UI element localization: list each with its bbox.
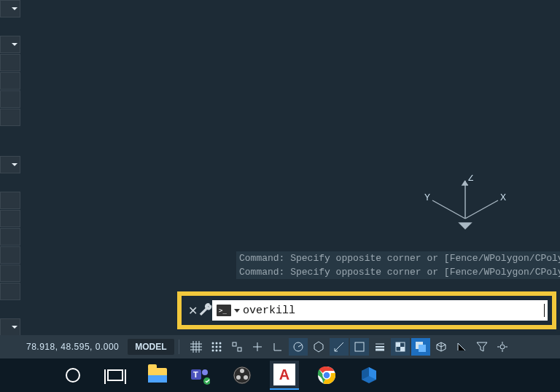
status-bar: 78.918, 48.595, 0.000 MODEL: [0, 335, 560, 358]
ribbon-dropdown[interactable]: [0, 318, 20, 336]
svg-point-33: [500, 345, 505, 349]
svg-text:>_: >_: [219, 307, 227, 314]
ribbon-button[interactable]: [0, 283, 20, 300]
gizmo-toggle[interactable]: [493, 338, 512, 356]
dyn-ucs-toggle[interactable]: [452, 338, 471, 356]
svg-text:T: T: [193, 370, 198, 379]
ortho-toggle[interactable]: [268, 338, 287, 356]
ribbon-button[interactable]: [0, 246, 20, 264]
svg-line-2: [432, 200, 465, 219]
svg-point-41: [236, 375, 241, 380]
chevron-down-icon: [12, 7, 18, 10]
svg-point-36: [202, 369, 208, 375]
cortana-icon[interactable]: [58, 361, 88, 390]
isoplane-toggle[interactable]: [309, 338, 328, 356]
otrack-toggle[interactable]: [330, 338, 349, 356]
command-history-line: Command: Specify opposite corner or [Fen…: [236, 251, 560, 265]
obs-icon[interactable]: [228, 361, 257, 390]
grid-toggle[interactable]: [187, 338, 206, 356]
windows-taskbar: T A: [0, 358, 560, 392]
task-view-icon[interactable]: [101, 361, 130, 390]
ribbon-panel-strip: [0, 0, 23, 337]
ribbon-button[interactable]: [0, 54, 20, 71]
ucs-icon[interactable]: Z X Y: [421, 175, 509, 240]
text-cursor: [544, 304, 545, 317]
constraint-toggle[interactable]: [228, 338, 246, 356]
command-input[interactable]: [243, 305, 544, 317]
svg-point-18: [211, 350, 214, 352]
ucs-z-label: Z: [468, 175, 473, 183]
snap-toggle[interactable]: [207, 338, 226, 356]
svg-rect-22: [238, 348, 241, 351]
svg-rect-32: [419, 345, 426, 352]
svg-point-15: [211, 346, 214, 348]
svg-point-16: [215, 346, 217, 348]
svg-marker-3: [459, 223, 471, 229]
svg-line-1: [465, 200, 498, 219]
command-history: Command: Specify opposite corner or [Fen…: [236, 251, 560, 279]
command-prompt-icon: >_: [215, 302, 233, 319]
command-history-line: Command: Specify opposite corner or [Fen…: [236, 265, 560, 279]
chevron-down-icon: [12, 326, 18, 329]
svg-rect-30: [400, 347, 405, 351]
dynamic-input-toggle[interactable]: [248, 338, 267, 356]
autocad-icon[interactable]: A: [270, 361, 299, 390]
chevron-down-icon: [12, 163, 18, 166]
lineweight-toggle[interactable]: [370, 338, 389, 356]
chevron-down-icon: [12, 43, 18, 46]
status-toggle-group: [184, 338, 512, 356]
svg-point-17: [219, 346, 221, 348]
ribbon-button[interactable]: [0, 109, 20, 126]
svg-point-12: [211, 342, 214, 345]
teams-icon[interactable]: T: [185, 361, 214, 390]
3d-osnap-toggle[interactable]: [432, 338, 451, 356]
ribbon-dropdown[interactable]: [0, 0, 20, 17]
svg-rect-29: [396, 342, 400, 347]
ucs-y-label: Y: [424, 192, 430, 203]
ribbon-button[interactable]: [0, 210, 20, 227]
svg-point-40: [240, 369, 244, 373]
ucs-x-label: X: [500, 192, 506, 203]
customize-icon[interactable]: [199, 302, 212, 318]
ribbon-dropdown[interactable]: [0, 36, 20, 53]
svg-point-42: [244, 375, 248, 380]
3d-app-icon[interactable]: [354, 361, 384, 390]
command-input-wrap[interactable]: >_: [212, 300, 548, 321]
coords-readout[interactable]: 78.918, 48.595, 0.000: [0, 342, 128, 352]
chrome-icon[interactable]: [312, 361, 341, 390]
osnap-toggle[interactable]: [350, 338, 369, 356]
ribbon-button[interactable]: [0, 90, 20, 108]
svg-point-20: [219, 350, 221, 352]
ribbon-button[interactable]: [0, 228, 20, 246]
ribbon-button[interactable]: [0, 192, 20, 209]
ribbon-button[interactable]: [0, 264, 20, 282]
polar-toggle[interactable]: [289, 338, 308, 356]
selection-cycling-toggle[interactable]: [411, 338, 430, 356]
close-icon[interactable]: ✕: [186, 304, 199, 318]
svg-point-13: [215, 342, 217, 345]
transparency-toggle[interactable]: [391, 338, 410, 356]
ribbon-button[interactable]: [0, 72, 20, 90]
svg-point-19: [215, 350, 217, 352]
file-explorer-icon[interactable]: [143, 361, 172, 390]
svg-point-14: [219, 342, 221, 345]
selection-filter-toggle[interactable]: [472, 338, 491, 356]
command-line-bar: ✕ >_: [177, 291, 556, 329]
chevron-down-icon[interactable]: [234, 309, 240, 313]
ribbon-dropdown[interactable]: [0, 156, 20, 173]
svg-rect-21: [233, 342, 236, 346]
svg-point-37: [203, 377, 210, 385]
model-space-button[interactable]: MODEL: [128, 339, 174, 355]
svg-rect-24: [355, 342, 364, 351]
